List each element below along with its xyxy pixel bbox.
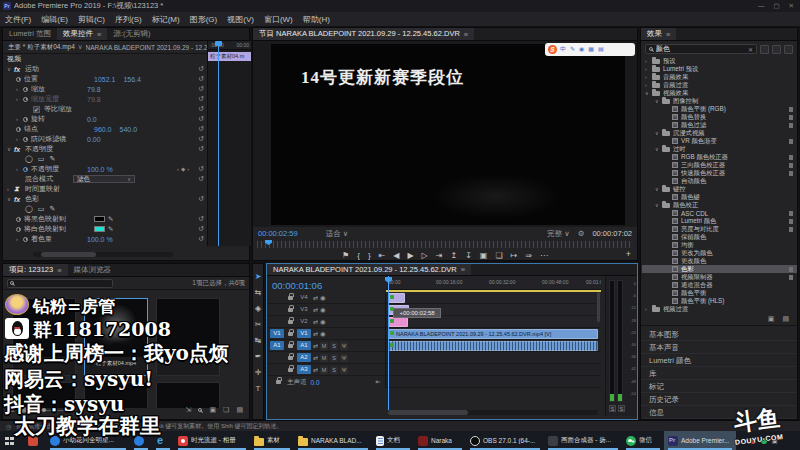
new-bin-icon[interactable]: ▣	[209, 406, 216, 414]
master-gain-value[interactable]: 0.0	[311, 379, 320, 386]
track-output-eye-icon[interactable]: ◉	[320, 294, 326, 302]
time-remap[interactable]: 时间重映射	[25, 184, 95, 194]
timeline-playhead[interactable]	[388, 276, 389, 410]
find-icon[interactable]	[198, 406, 202, 414]
effect-item[interactable]: 亮度与对比度	[642, 225, 797, 233]
taskbar-button[interactable]: 小幼花同全明星...	[46, 431, 130, 450]
reset-icon[interactable]: ↺	[198, 125, 204, 133]
source-patch[interactable]: V1	[270, 329, 284, 338]
track-target-button[interactable]: V1	[297, 329, 311, 338]
twirl-icon[interactable]: ∨	[655, 146, 662, 152]
quality-dropdown[interactable]: 完整 ∨	[547, 229, 570, 239]
transport-button[interactable]: ⇒	[525, 251, 532, 260]
taskbar-button[interactable]: Adobe Premier...	[664, 431, 736, 450]
reset-icon[interactable]: ↺	[198, 105, 204, 113]
project-item[interactable]	[12, 298, 76, 376]
clip-v1-video[interactable]: NARAKA BLADEPOINT 2021.09.29 - 12.25.45.…	[388, 329, 598, 339]
voiceover-mic-icon[interactable]: Ψ	[340, 366, 348, 374]
twirl-icon[interactable]: ›	[645, 74, 652, 80]
sync-lock-icon[interactable]: ⇄	[313, 330, 318, 337]
effect-item[interactable]: VR 颜色渐变	[642, 137, 797, 145]
taskbar-button[interactable]: 时光流逝 - 相册	[174, 431, 250, 450]
timeline-timecode[interactable]: 00:00:01:06	[272, 280, 322, 291]
effect-item[interactable]: 视频限制器	[642, 273, 797, 281]
effect-item[interactable]: 通道混合器	[642, 281, 797, 289]
motion-effect[interactable]: 运动	[25, 64, 95, 74]
sogou-toolbar-icon[interactable]: ✎	[570, 45, 575, 54]
lock-icon[interactable]	[288, 356, 293, 360]
transport-button[interactable]: ▷	[422, 251, 428, 260]
taskbar-button[interactable]: 画面合成器 - 扬...	[544, 431, 622, 450]
panel-tab[interactable]: 效果控件	[57, 28, 107, 41]
sogou-logo-icon[interactable]: S	[548, 45, 557, 54]
effect-item[interactable]: › 视频过渡	[642, 305, 797, 313]
reset-icon[interactable]: ↺	[198, 85, 204, 93]
project-search-input[interactable]	[7, 279, 113, 288]
source-patch[interactable]: A1	[270, 341, 284, 350]
lock-icon[interactable]	[288, 308, 293, 312]
program-scrub-bar[interactable]	[257, 241, 633, 248]
button-editor-plus[interactable]: +	[626, 249, 631, 259]
stopwatch-icon-active[interactable]	[23, 167, 28, 172]
filter-32bpc-icon[interactable]	[772, 45, 781, 54]
transport-button[interactable]: ⚑	[342, 251, 349, 260]
twirl-icon[interactable]: ∨	[655, 202, 662, 208]
menu-item[interactable]: 帮助(H)	[298, 14, 335, 25]
project-item[interactable]	[156, 298, 220, 376]
sequence-name[interactable]: NARAKA BLADEPOINT 2021.09.29 - 12.25.45.…	[86, 44, 207, 51]
sync-lock-icon[interactable]: ⇄	[313, 306, 318, 313]
sogou-toolbar-icon[interactable]: ◉	[579, 45, 584, 54]
tint-amount-value[interactable]: 100.0 %	[87, 236, 113, 243]
twirl-icon[interactable]: ›	[645, 66, 652, 72]
taskbar-button[interactable]: OBS 27.0.1 (64-...	[466, 431, 544, 450]
menu-item[interactable]: 标记(M)	[147, 14, 185, 25]
position-y-value[interactable]: 156.4	[123, 76, 141, 83]
effect-item[interactable]: ∨ 颜色校正	[642, 201, 797, 209]
program-video[interactable]: 14号更新新赛季段位	[271, 44, 625, 225]
lock-icon[interactable]	[276, 380, 281, 384]
tool-button[interactable]: ✂	[255, 320, 262, 329]
twirl-icon[interactable]: ∨	[655, 98, 662, 104]
effect-item[interactable]: ∨ 键控	[642, 185, 797, 193]
ellipse-mask-icon[interactable]: ◯	[25, 205, 33, 213]
new-item-icon[interactable]: ❏	[223, 406, 229, 414]
stacked-panel-tab[interactable]: Lumetri 颜色	[641, 354, 797, 367]
taskbar-button[interactable]: 微信	[622, 431, 664, 450]
taskbar-button[interactable]	[24, 431, 46, 450]
transport-button[interactable]: }	[368, 251, 371, 260]
ellipse-mask-icon[interactable]: ◯	[25, 155, 33, 163]
reset-icon[interactable]: ↺	[198, 175, 204, 183]
transport-button[interactable]: ↧	[465, 251, 472, 260]
meter-solo-left[interactable]: S	[609, 405, 616, 412]
timeline-vscrollbar[interactable]	[597, 292, 600, 322]
sogou-toolbar-icon[interactable]: ▦	[588, 45, 594, 54]
transport-button[interactable]: ↦	[511, 251, 518, 260]
tool-button[interactable]: ⇆	[255, 288, 262, 297]
stopwatch-icon[interactable]	[16, 77, 21, 82]
effect-item[interactable]: ASC CDL	[642, 209, 797, 217]
lock-icon[interactable]	[288, 344, 293, 348]
clip-a1-audio[interactable]	[388, 341, 598, 351]
reset-icon[interactable]: ↺	[198, 165, 204, 173]
project-item-selected[interactable]: 粒子素材04.mp4	[84, 298, 148, 376]
mute-button[interactable]: M	[320, 354, 328, 362]
uniform-scale-checkbox[interactable]: ✓	[33, 106, 40, 113]
track-target-button[interactable]: A3	[297, 365, 311, 374]
voiceover-mic-icon[interactable]: Ψ	[340, 342, 348, 350]
twirl-icon[interactable]: ∨	[655, 130, 662, 136]
menu-item[interactable]: 文件(F)	[0, 14, 36, 25]
solo-button[interactable]: S	[330, 366, 338, 374]
taskbar-button[interactable]: 文档	[372, 431, 414, 450]
clear-icon[interactable]: ▤	[236, 406, 243, 414]
stopwatch-icon[interactable]	[16, 217, 21, 222]
stopwatch-icon[interactable]	[23, 117, 28, 122]
effects-tab[interactable]: 效果	[641, 28, 676, 41]
mute-button[interactable]: M	[320, 342, 328, 350]
transport-button[interactable]: ⇥	[436, 251, 443, 260]
new-custom-bin-icon[interactable]: ▣	[768, 315, 775, 325]
transport-button[interactable]: ◀	[393, 251, 399, 260]
current-timecode[interactable]: 00:00:02:59	[258, 229, 298, 238]
stopwatch-icon[interactable]	[23, 87, 28, 92]
ec-horizontal-scrollbar[interactable]	[33, 252, 173, 257]
tool-button[interactable]: ➤	[255, 272, 262, 281]
